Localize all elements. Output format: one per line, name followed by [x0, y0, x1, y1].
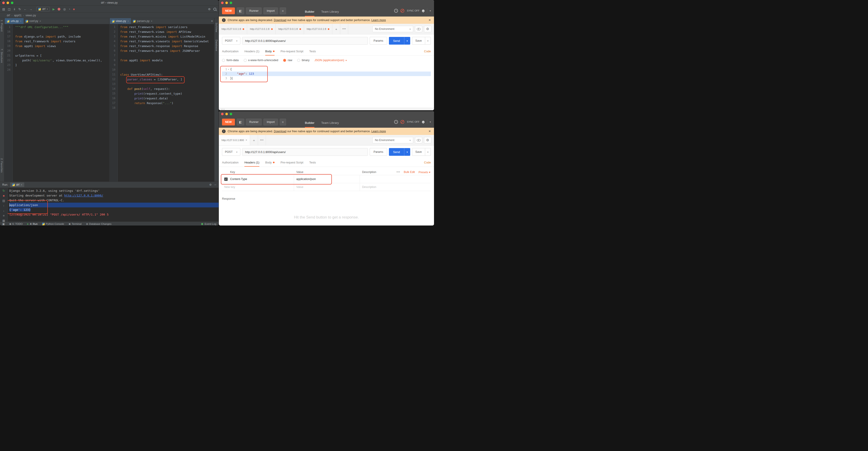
send-button[interactable]: Send▾ — [389, 37, 410, 44]
tab-builder[interactable]: Builder — [305, 10, 314, 17]
close-banner-icon[interactable]: × — [429, 129, 431, 134]
tab-conf-py[interactable]: conf.py × — [24, 18, 43, 24]
coverage-button[interactable]: ◎ — [63, 7, 66, 11]
statusbar-run[interactable]: ▶4: Run — [27, 223, 38, 225]
statusbar-database-changes[interactable]: ▥Database Changes — [86, 223, 112, 225]
params-button[interactable]: Params — [370, 148, 387, 156]
notifications-bell-icon[interactable] — [422, 121, 425, 123]
settings-button[interactable]: ⚙ — [424, 137, 431, 143]
tab-pre-request-script[interactable]: Pre-request Script — [280, 158, 303, 167]
header-value[interactable]: application/json — [294, 175, 360, 183]
statusbar-event-log[interactable]: Event Log — [201, 223, 216, 225]
new-tab-button[interactable]: + — [250, 135, 258, 146]
search-icon[interactable] — [213, 8, 216, 11]
soft-wrap-icon[interactable]: ≡ — [3, 214, 5, 217]
save-all-icon[interactable]: ⇓ — [13, 7, 16, 11]
raw-type-selector[interactable]: JSON (application/json)▾ — [314, 59, 347, 62]
sync-off-icon[interactable] — [401, 9, 404, 13]
stop-button[interactable]: ■ — [73, 7, 75, 11]
toolwindow-switcher-icon[interactable]: ▣ — [2, 222, 5, 226]
tab-authorization[interactable]: Authorization — [222, 47, 239, 56]
scroll-up-icon[interactable]: ↑ — [3, 204, 4, 207]
tab-views-py[interactable]: views.py × — [110, 18, 131, 24]
close-button[interactable] — [2, 2, 5, 4]
minimize-button[interactable] — [225, 2, 228, 4]
run-config-selector[interactable]: drf ▾ — [36, 7, 50, 11]
tab-tests[interactable]: Tests — [309, 158, 316, 167]
save-options-icon[interactable]: ▾ — [425, 148, 431, 156]
download-link[interactable]: Download — [274, 130, 286, 133]
server-url-link[interactable]: http://127.0.0.1:8000/ — [64, 194, 103, 197]
close-button[interactable] — [221, 2, 223, 4]
tab-body[interactable]: Body — [265, 47, 275, 56]
run-button[interactable]: ▶ — [53, 7, 55, 11]
forward-icon[interactable]: → — [29, 7, 32, 11]
editor-options-icon[interactable]: ≡ — [211, 18, 214, 24]
download-link[interactable]: Download — [274, 19, 286, 22]
bulk-edit-link[interactable]: Bulk Edit — [404, 170, 415, 174]
close-banner-icon[interactable]: × — [429, 18, 431, 23]
urls-py-editor[interactable]: 1"""drf URL Configuration..."""1617from … — [4, 24, 109, 182]
notifications-bell-icon[interactable] — [422, 9, 425, 12]
body-mode-x-www-form-urlencoded[interactable]: x-www-form-urlencoded — [244, 59, 278, 62]
tab-pre-request-script[interactable]: Pre-request Script — [280, 47, 303, 56]
send-options-icon[interactable]: ▾ — [404, 37, 410, 44]
import-button[interactable]: Import — [264, 119, 278, 125]
tool-window-favorites[interactable]: 2: Favorites — [0, 158, 3, 172]
more-tabs-icon[interactable]: ••• — [340, 24, 348, 34]
body-mode-form-data[interactable]: form-data — [222, 59, 239, 62]
capture-requests-icon[interactable]: ⌗ — [280, 119, 286, 125]
code-link[interactable]: Code — [424, 47, 431, 56]
new-button[interactable]: NEW — [222, 7, 235, 14]
environment-selector[interactable]: No Environment▾ — [372, 26, 413, 32]
views-py-editor[interactable]: 1from rest_framework import serializers2… — [110, 24, 214, 182]
new-key-input[interactable]: New key — [224, 186, 235, 189]
sync-icon[interactable]: ↻ — [19, 7, 21, 11]
main-menu-icon[interactable]: ▤ — [2, 7, 5, 11]
minimize-button[interactable] — [6, 2, 9, 4]
close-button[interactable] — [221, 113, 223, 115]
learn-more-link[interactable]: Learn more — [371, 130, 386, 133]
request-tab[interactable]: http://127.0.0.1:8 — [247, 24, 275, 34]
presets-dropdown[interactable]: Presets ▾ — [418, 170, 430, 174]
sidebar-toggle-icon[interactable]: ◧ — [237, 119, 244, 125]
close-tab-icon[interactable]: × — [151, 20, 152, 23]
debug-button[interactable] — [58, 8, 60, 11]
new-tab-button[interactable]: + — [332, 24, 340, 34]
tab-headers-1-[interactable]: Headers (1) — [244, 158, 259, 167]
new-description-input[interactable]: Description — [362, 186, 376, 189]
runner-button[interactable]: Runner — [246, 119, 261, 125]
tab-team-library[interactable]: Team Library — [321, 10, 339, 17]
run-console[interactable]: Django version 3.2.6, using settings 'dr… — [8, 188, 219, 221]
url-input[interactable]: http://127.0.0.1:8000/api/users/ — [242, 37, 368, 44]
tool-window-structure[interactable]: 7: Structure — [0, 49, 3, 63]
tab-tests[interactable]: Tests — [309, 47, 316, 56]
tool-window-database[interactable]: Database — [215, 40, 218, 51]
tool-window-sciview[interactable]: SciView — [215, 23, 218, 32]
more-options-icon[interactable]: ••• — [396, 170, 400, 174]
method-selector[interactable]: POST▾ — [222, 37, 240, 44]
run-tab-drf[interactable]: drf × — [10, 183, 24, 187]
print-icon[interactable]: ▦ — [2, 219, 5, 222]
tab-team-library[interactable]: Team Library — [321, 121, 339, 128]
request-tab[interactable]: http://127.0.0.1:800× — [219, 135, 250, 146]
new-value-input[interactable]: Value — [296, 186, 303, 189]
body-mode-binary[interactable]: binary — [297, 59, 309, 62]
tab-body[interactable]: Body — [265, 158, 275, 167]
new-button[interactable]: NEW — [222, 119, 235, 125]
zoom-button[interactable] — [230, 2, 232, 4]
chevron-down-icon[interactable]: ▾ — [430, 9, 431, 12]
chevron-down-icon[interactable]: ▾ — [430, 121, 431, 123]
close-tab-icon[interactable]: × — [39, 20, 41, 23]
hide-panel-icon[interactable]: ─ — [214, 183, 216, 186]
zoom-button[interactable] — [230, 113, 232, 115]
save-button[interactable]: Save▾ — [412, 148, 431, 156]
save-options-icon[interactable]: ▾ — [425, 37, 431, 44]
statusbar-todo[interactable]: ▦6: TODO — [9, 223, 23, 225]
request-tab[interactable]: http://127.0.0.1:8 — [304, 24, 332, 34]
url-input[interactable]: http://127.0.0.1:8000/api/users/ — [242, 148, 368, 156]
profiler-button[interactable]: ◔ — [68, 7, 70, 11]
tab-headers-1-[interactable]: Headers (1) — [244, 47, 259, 56]
send-button[interactable]: Send▾ — [389, 148, 410, 156]
capture-requests-icon[interactable]: ⌗ — [280, 7, 286, 14]
